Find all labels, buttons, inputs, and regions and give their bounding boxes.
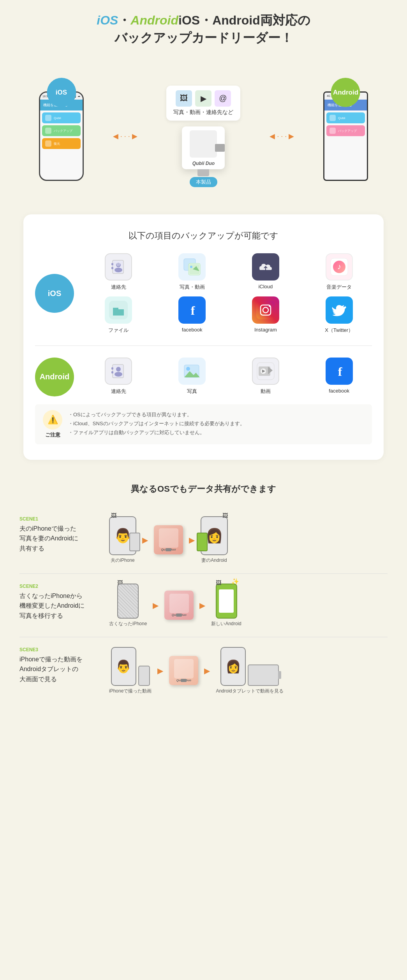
ios-backup-row: iOS @ 連絡先	[35, 253, 372, 334]
svg-point-27	[116, 367, 121, 372]
scene2-photo-indicator2: 🖼	[216, 580, 221, 586]
scene2-broken-phone	[117, 584, 139, 619]
scene1-to-device: 🖼 👩	[201, 516, 228, 555]
scene3-tablet	[248, 664, 279, 686]
scene3-arrow2: ▶	[204, 666, 210, 675]
backup-section-wrapper: 以下の項目のバックアップが可能です iOS @	[12, 214, 395, 460]
android-row-text-1: Qubii	[338, 116, 345, 120]
email-icon: @	[215, 90, 231, 107]
svg-rect-2	[111, 267, 113, 269]
contacts-icon: @	[105, 253, 132, 281]
cube-connector	[197, 169, 209, 176]
scene2-from-label: 古くなったiPhone	[109, 621, 147, 627]
android-circle-label: Android	[40, 372, 70, 381]
android-backup-facebook: f facebook	[306, 358, 372, 396]
scene3-usb	[181, 679, 187, 682]
page-title: iOS・AndroidiOS・Android両対応の バックアップカードリーダー…	[8, 12, 399, 47]
svg-point-10	[190, 266, 192, 268]
scene2-text: SCENE2 古くなったiPhoneから機種変更したAndroidに写真を移行す…	[19, 584, 97, 621]
scene1-desc: 夫のiPhoneで撮った写真を妻のAndroidに共有する	[19, 524, 97, 554]
scene1-phone-icon	[129, 533, 140, 551]
title-line1-suffix: iOS・Android両対応の	[178, 13, 310, 27]
title-line2: バックアップカードリーダー！	[115, 31, 293, 45]
scene3-to-device: 👩	[220, 647, 279, 686]
note-item-3: ・ファイルアプリは自動バックアップに対応していません。	[68, 428, 245, 437]
notes-label-area: ⚠️ ご注意	[43, 410, 62, 438]
scene2-number: SCENE2	[19, 584, 97, 589]
backup-item-instagram: Instagram	[233, 296, 299, 334]
android-label-hero: Android	[130, 13, 178, 27]
mock-row-text-3: 復元	[54, 142, 60, 146]
photos-icon	[178, 253, 206, 281]
scene3-item: SCENE3 iPhoneで撮った動画をAndroidタブレットの大画面で見る …	[19, 637, 388, 704]
svg-point-4	[115, 268, 122, 272]
ios-badge: iOS	[47, 78, 76, 107]
scene3-man: 👨	[111, 647, 136, 686]
caption-box: 🖼 ▶ @ 写真・動画・連絡先など	[166, 86, 240, 121]
scene3-cube: Qubii Duo	[169, 656, 198, 685]
ios-badge-label: iOS	[56, 89, 67, 96]
scene2-to: ✨ 🖼 新しいAndroid	[211, 584, 241, 627]
mock-row-text-2: バックアップ	[54, 129, 72, 133]
cube-brand-label: Qubii Duo	[192, 161, 215, 166]
svg-rect-19	[256, 301, 275, 319]
sharing-section: 異なるOSでもデータ共有ができます SCENE1 夫のiPhoneで撮った写真を…	[0, 468, 407, 720]
android-facebook-label: facebook	[329, 388, 349, 394]
scene2-arrow2: ▶	[199, 601, 205, 610]
center-caption-text: 写真・動画・連絡先など	[173, 109, 233, 115]
svg-text:f: f	[191, 303, 195, 317]
scene3-desc: iPhoneで撮った動画をAndroidタブレットの大画面で見る	[19, 654, 97, 684]
scene2-item: SCENE2 古くなったiPhoneから機種変更したAndroidに写真を移行す…	[19, 574, 388, 637]
android-row-1: Qubii	[326, 112, 365, 123]
android-backup-contacts: 連絡先	[86, 358, 152, 396]
android-contacts-label: 連絡先	[111, 388, 126, 395]
android-row-icon-1	[329, 115, 336, 121]
scene3-tablet-button	[278, 671, 281, 679]
scene1-from-label: 夫のiPhone	[111, 557, 134, 564]
scene1-from: 🖼 👨 夫のiPhone	[109, 516, 136, 564]
mock-row-1: Qubii	[42, 112, 81, 123]
mock-row-text-1: Qubii	[54, 116, 61, 120]
photo-icon: 🖼	[176, 90, 192, 107]
video-icon: ▶	[195, 90, 211, 107]
backup-item-contacts: @ 連絡先	[86, 253, 152, 291]
android-row-text-2: バックアップ	[338, 129, 357, 133]
scene1-from-device: 🖼 👨	[109, 516, 136, 555]
scene1-photo-indicator2: 🖼	[222, 512, 228, 519]
photos-label: 写真・動画	[180, 284, 205, 291]
mock-row-3: 復元	[42, 138, 81, 149]
scene1-arrow1: ▶	[142, 535, 148, 545]
arrows-left: ◀ · · · ▶	[113, 132, 137, 140]
svg-rect-25	[111, 367, 113, 370]
scene1-arrow2: ▶	[189, 535, 195, 545]
android-photos-label: 写真	[187, 388, 197, 395]
scene1-flow: 🖼 👨 夫のiPhone ▶ Qubii Duo ▶ 🖼	[109, 516, 388, 564]
files-label: ファイル	[108, 327, 129, 334]
product-tag: 本製品	[190, 177, 217, 187]
scene1-usb	[166, 548, 171, 551]
svg-rect-26	[111, 371, 113, 373]
scene3-to-label: Androidタブレットで動画を見る	[216, 688, 283, 694]
backup-item-files: ファイル	[86, 296, 152, 334]
notes-content: ・OSによってバックアップできる項目が異なります。 ・iCloud、SNSのバッ…	[68, 410, 245, 437]
scene1-to: 🖼 👩 妻のAndroid	[201, 516, 228, 564]
scene1-photo-indicator: 🖼	[111, 512, 116, 519]
scene2-to-device: ✨ 🖼	[216, 584, 237, 619]
mock-row-icon-3	[45, 140, 51, 147]
backup-item-facebook: f facebook	[159, 296, 225, 334]
mock-row-icon-1	[45, 115, 51, 121]
android-video-label: 動画	[261, 388, 271, 395]
android-circle: Android	[35, 358, 74, 396]
ios-circle-label: iOS	[48, 289, 61, 298]
music-icon: ♪	[326, 253, 353, 281]
scene2-desc: 古くなったiPhoneから機種変更したAndroidに写真を移行する	[19, 591, 97, 621]
android-backup-photos: 写真	[159, 358, 225, 396]
scene2-screen	[219, 589, 234, 613]
icloud-icon	[252, 253, 279, 281]
svg-point-22	[269, 305, 270, 307]
scene2-usb	[176, 614, 182, 617]
twitter-label: X（Twitter）	[325, 327, 353, 334]
instagram-icon	[252, 296, 279, 324]
backup-section: 以下の項目のバックアップが可能です iOS @	[23, 214, 384, 460]
warning-icon: ⚠️	[43, 410, 62, 430]
